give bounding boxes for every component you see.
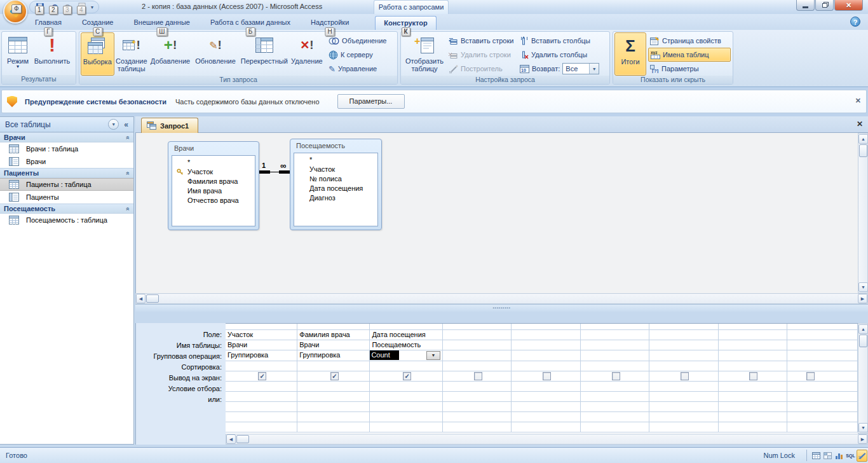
- scrollbar-thumb[interactable]: [859, 144, 867, 157]
- redo-button[interactable]: ↷ 3: [63, 2, 73, 12]
- field-list-vrachi[interactable]: Врачи * Участок Фамилия врача Имя врача …: [168, 141, 259, 230]
- navigation-pane-header[interactable]: Все таблицы ▼ «: [0, 117, 133, 132]
- field-familiya-vracha[interactable]: Фамилия врача: [172, 177, 255, 186]
- nav-item-pacienty-table[interactable]: Пациенты : таблица: [0, 178, 133, 191]
- close-button[interactable]: ✕: [834, 0, 863, 11]
- nav-group-poseshchaemost[interactable]: Посещаемость»: [0, 204, 133, 214]
- query-grid-table[interactable]: Участок Фамилия врача Дата посещения Вра…: [226, 324, 858, 432]
- grid-vertical-scrollbar[interactable]: ▲ ▼: [858, 323, 868, 434]
- pane-splitter[interactable]: ▪▪▪▪▪▪▪▪▪: [135, 304, 868, 312]
- pass-through-button[interactable]: К серверу: [327, 48, 396, 62]
- field-list-poseshchaemost[interactable]: Посещаемость * Участок № полиса Дата пос…: [290, 139, 382, 230]
- security-options-button[interactable]: Параметры...: [337, 94, 405, 109]
- nav-item-pacienty-form[interactable]: Пациенты: [0, 191, 133, 204]
- field-uchastok[interactable]: Участок: [172, 167, 255, 177]
- update-query-button[interactable]: ✎! Обновление: [192, 32, 239, 76]
- total-dropdown-button[interactable]: ▼: [426, 351, 440, 360]
- show-checkbox[interactable]: [681, 372, 689, 380]
- office-button[interactable]: Ф: [3, 0, 27, 24]
- grid-row-field[interactable]: Участок Фамилия врача Дата посещения: [226, 329, 858, 340]
- nav-group-vrachi[interactable]: Врачи»: [0, 132, 133, 142]
- field-imya-vracha[interactable]: Имя врача: [172, 186, 255, 196]
- totals-button[interactable]: Σ Итоги: [614, 32, 646, 76]
- delete-rows-button[interactable]: Удалить строки: [447, 48, 518, 62]
- restore-button[interactable]: [815, 0, 834, 11]
- field-diagnoz[interactable]: Диагноз: [294, 193, 377, 203]
- delete-columns-button[interactable]: Удалить столбцы: [518, 48, 608, 62]
- grid-row-show[interactable]: ✓ ✓ ✓: [226, 371, 858, 381]
- help-button[interactable]: ?: [850, 17, 860, 27]
- qat-customize-dropdown[interactable]: ▾: [91, 4, 93, 10]
- scroll-left-icon[interactable]: ◀: [136, 294, 146, 303]
- show-checkbox[interactable]: [474, 372, 482, 380]
- scroll-right-icon[interactable]: ▶: [858, 434, 867, 444]
- scrollbar-thumb[interactable]: [146, 294, 159, 303]
- property-sheet-button[interactable]: Страница свойств: [648, 34, 731, 48]
- tab-external-data[interactable]: Внешние данныеШ: [126, 16, 198, 30]
- nav-item-vrachi-table[interactable]: Врачи : таблица: [0, 142, 133, 155]
- grid-row-or[interactable]: [226, 391, 858, 401]
- grid-row-sort[interactable]: [226, 361, 858, 371]
- minimize-button[interactable]: [796, 0, 815, 11]
- tab-home[interactable]: ГлавнаяГ: [27, 16, 70, 30]
- navigation-menu-icon[interactable]: ▼: [108, 119, 119, 130]
- grid-row-empty[interactable]: [226, 422, 858, 432]
- show-checkbox-checked[interactable]: ✓: [258, 372, 266, 380]
- nav-item-poseshchaemost-table[interactable]: Посещаемость : таблица: [0, 214, 133, 226]
- return-combobox[interactable]: Все ▼: [562, 63, 599, 74]
- field-asterisk[interactable]: *: [294, 155, 377, 165]
- grid-row-empty[interactable]: [226, 401, 858, 411]
- sql-view-button[interactable]: SQL: [845, 450, 856, 462]
- return-dropdown-arrow[interactable]: ▼: [589, 64, 599, 74]
- insert-rows-button[interactable]: Вставить строки: [447, 34, 518, 48]
- scrollbar-thumb[interactable]: [236, 435, 249, 443]
- grid-horizontal-scrollbar[interactable]: ◀ ▶: [226, 434, 868, 445]
- show-checkbox-checked[interactable]: ✓: [403, 372, 411, 380]
- table-names-button[interactable]: xyz Имена таблиц: [648, 48, 731, 62]
- view-button[interactable]: Режим ▾: [3, 32, 32, 75]
- nav-item-vrachi-form[interactable]: Врачи: [0, 155, 133, 168]
- design-horizontal-scrollbar[interactable]: ◀ ▶: [135, 293, 868, 304]
- append-query-button[interactable]: +! Добавление: [149, 32, 192, 76]
- scroll-down-icon[interactable]: ▼: [858, 423, 868, 432]
- show-checkbox[interactable]: [749, 372, 757, 380]
- parameters-button[interactable]: [?] Параметры: [648, 62, 731, 76]
- insert-columns-button[interactable]: Вставить столбцы: [518, 34, 608, 48]
- tab-create[interactable]: СозданиеС: [74, 16, 122, 30]
- nav-group-pacienty[interactable]: Пациенты»: [0, 168, 133, 178]
- message-bar-close-icon[interactable]: ✕: [855, 97, 861, 105]
- document-tab-query1[interactable]: Запрос1: [141, 118, 198, 133]
- tab-database-tools[interactable]: Работа с базами данныхБ: [202, 16, 299, 30]
- grid-row-table[interactable]: Врачи Врачи Посещаемость: [226, 340, 858, 350]
- delete-query-button[interactable]: ✕! Удаление: [290, 32, 324, 76]
- scroll-down-icon[interactable]: ▼: [858, 282, 868, 292]
- scroll-right-icon[interactable]: ▶: [858, 294, 867, 303]
- union-button[interactable]: Объединение: [327, 34, 396, 48]
- scroll-left-icon[interactable]: ◀: [226, 434, 236, 444]
- save-button[interactable]: 1: [35, 2, 45, 12]
- field-data-poseshcheniya[interactable]: Дата посещения: [294, 184, 377, 193]
- run-button[interactable]: ! Выполнить: [32, 32, 72, 75]
- field-polis[interactable]: № полиса: [294, 174, 377, 184]
- data-definition-button[interactable]: ✎ Управление: [327, 62, 396, 76]
- make-table-query-button[interactable]: ✦! Создание таблицы: [114, 32, 149, 76]
- scrollbar-thumb[interactable]: [859, 335, 867, 347]
- undo-button[interactable]: ↶ 2: [49, 2, 59, 12]
- tab-add-ins[interactable]: НадстройкиН: [302, 16, 357, 30]
- select-query-button[interactable]: Выборка: [81, 32, 114, 76]
- crosstab-query-button[interactable]: Перекрестный: [239, 32, 290, 76]
- document-close-icon[interactable]: ✕: [857, 120, 863, 128]
- print-preview-button[interactable]: 4: [77, 2, 87, 12]
- grid-cell-total-selected[interactable]: Count ▼: [370, 350, 442, 361]
- show-table-button[interactable]: + Отобразить таблицу: [402, 32, 447, 76]
- grid-row-empty[interactable]: [226, 411, 858, 422]
- field-uchastok[interactable]: Участок: [294, 165, 377, 174]
- builder-button[interactable]: Построитель: [447, 62, 518, 76]
- grid-row-criteria[interactable]: [226, 381, 858, 391]
- grid-row-total[interactable]: Группировка Группировка Count ▼: [226, 350, 858, 361]
- design-vertical-scrollbar[interactable]: ▲ ▼: [858, 133, 868, 293]
- shutter-bar-close-icon[interactable]: «: [121, 120, 131, 129]
- show-checkbox-checked[interactable]: ✓: [330, 372, 339, 380]
- pivotchart-view-button[interactable]: [834, 450, 844, 462]
- show-checkbox[interactable]: [806, 372, 815, 380]
